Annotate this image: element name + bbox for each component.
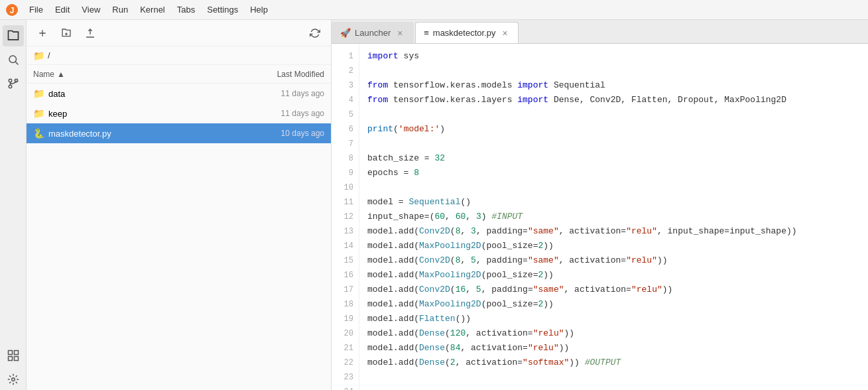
tab-bar: 🚀 Launcher × ≡ maskdetector.py × xyxy=(332,20,868,44)
code-line-13: model.add(Conv2D(8, 3, padding="same", a… xyxy=(367,224,868,239)
menubar: J File Edit View Run Kernel Tabs Setting… xyxy=(0,0,868,20)
svg-point-5 xyxy=(9,85,12,88)
svg-point-4 xyxy=(9,79,12,82)
activity-git[interactable] xyxy=(3,73,24,94)
menu-run[interactable]: Run xyxy=(107,3,133,16)
tab-launcher-label: Launcher xyxy=(355,28,391,38)
code-line-17: model.add(Conv2D(16, 5, padding="same", … xyxy=(367,283,868,297)
main-area: 📁 / Name ▲ Last Modified 📁 data 11 days … xyxy=(0,20,868,390)
file-item-maskdetector[interactable]: 🐍 maskdetector.py 10 days ago xyxy=(27,123,331,143)
file-name: data xyxy=(48,89,245,99)
launcher-tab-icon: 🚀 xyxy=(340,28,351,38)
current-path: 📁 / xyxy=(27,46,331,65)
code-line-15: model.add(Conv2D(8, 5, padding="same", a… xyxy=(367,253,868,268)
file-item-data[interactable]: 📁 data 11 days ago xyxy=(27,84,331,103)
code-line-21: model.add(Dense(84, activation="relu")) xyxy=(367,341,868,356)
file-toolbar xyxy=(27,20,331,46)
tab-maskdetector-label: maskdetector.py xyxy=(433,28,496,38)
menu-kernel[interactable]: Kernel xyxy=(135,3,170,16)
code-line-18: model.add(MaxPooling2D(pool_size=2)) xyxy=(367,297,868,312)
code-line-14: model.add(MaxPooling2D(pool_size=2)) xyxy=(367,239,868,253)
code-line-7 xyxy=(367,137,868,151)
sort-indicator: ▲ xyxy=(57,70,65,79)
file-modified: 10 days ago xyxy=(245,129,324,138)
new-file-button[interactable] xyxy=(33,24,52,42)
file-modified: 11 days ago xyxy=(245,89,324,98)
activity-search[interactable] xyxy=(3,49,24,70)
tab-launcher-close[interactable]: × xyxy=(395,28,405,38)
refresh-button[interactable] xyxy=(306,24,324,42)
file-list-header: Name ▲ Last Modified xyxy=(27,65,331,84)
code-line-1: import sys xyxy=(367,49,868,64)
file-name: keep xyxy=(48,109,245,119)
file-list: 📁 data 11 days ago 📁 keep 11 days ago 🐍 … xyxy=(27,84,331,390)
tab-maskdetector[interactable]: ≡ maskdetector.py × xyxy=(415,22,519,43)
svg-rect-10 xyxy=(8,357,12,361)
code-line-22: model.add(Dense(2, activation="softmax")… xyxy=(367,356,868,370)
line-numbers: 1 2 3 4 5 6 7 8 9 10 11 12 13 14 15 16 1… xyxy=(332,44,359,390)
menu-view[interactable]: View xyxy=(76,3,105,16)
file-panel: 📁 / Name ▲ Last Modified 📁 data 11 days … xyxy=(27,20,332,390)
code-line-16: model.add(MaxPooling2D(pool_size=2)) xyxy=(367,268,868,283)
upload-button[interactable] xyxy=(81,24,99,42)
code-line-23 xyxy=(367,370,868,385)
activity-files[interactable] xyxy=(3,25,24,46)
tab-launcher[interactable]: 🚀 Launcher × xyxy=(332,22,414,43)
code-line-10 xyxy=(367,180,868,195)
path-folder-icon: 📁 xyxy=(33,50,44,61)
menu-file[interactable]: File xyxy=(24,3,48,16)
folder-icon: 📁 xyxy=(33,108,44,119)
code-line-19: model.add(Flatten()) xyxy=(367,312,868,326)
code-line-6: print('model:') xyxy=(367,122,868,137)
svg-point-11 xyxy=(11,378,15,381)
folder-icon: 📁 xyxy=(33,88,44,99)
menu-settings[interactable]: Settings xyxy=(202,3,243,16)
svg-rect-8 xyxy=(14,351,18,355)
editor-area: 🚀 Launcher × ≡ maskdetector.py × 1 2 3 4… xyxy=(332,20,868,390)
file-name: maskdetector.py xyxy=(48,129,245,139)
path-text: / xyxy=(48,50,50,60)
menu-edit[interactable]: Edit xyxy=(50,3,75,16)
activity-extensions[interactable] xyxy=(3,345,24,366)
code-line-8: batch_size = 32 xyxy=(367,151,868,166)
svg-rect-9 xyxy=(14,357,18,361)
maskdetector-tab-icon: ≡ xyxy=(424,28,429,38)
code-line-12: input_shape=(60, 60, 3) #INPUT xyxy=(367,210,868,224)
code-line-9: epochs = 8 xyxy=(367,166,868,180)
svg-point-2 xyxy=(9,56,17,63)
code-line-3: from tensorflow.keras.models import Sequ… xyxy=(367,78,868,93)
activity-bar xyxy=(0,20,27,390)
tab-maskdetector-close[interactable]: × xyxy=(499,28,510,38)
code-line-2 xyxy=(367,64,868,78)
code-line-24 xyxy=(367,385,868,390)
svg-rect-7 xyxy=(8,351,12,355)
menu-tabs[interactable]: Tabs xyxy=(172,3,200,16)
menu-help[interactable]: Help xyxy=(245,3,273,16)
code-line-5 xyxy=(367,107,868,122)
svg-line-3 xyxy=(15,62,18,64)
new-folder-button[interactable] xyxy=(57,24,76,42)
code-line-20: model.add(Dense(120, activation="relu")) xyxy=(367,326,868,341)
sort-name-button[interactable]: Name ▲ xyxy=(33,70,245,79)
file-item-keep[interactable]: 📁 keep 11 days ago xyxy=(27,103,331,123)
code-editor[interactable]: 1 2 3 4 5 6 7 8 9 10 11 12 13 14 15 16 1… xyxy=(332,44,868,390)
app-logo: J xyxy=(5,3,19,17)
code-line-11: model = Sequential() xyxy=(367,195,868,210)
file-modified: 11 days ago xyxy=(245,109,324,118)
python-file-icon: 🐍 xyxy=(33,128,44,139)
code-line-4: from tensorflow.keras.layers import Dens… xyxy=(367,93,868,107)
code-content: import sys from tensorflow.keras.models … xyxy=(359,44,868,390)
svg-text:J: J xyxy=(10,6,15,15)
activity-settings[interactable] xyxy=(3,369,24,390)
col-modified-label: Last Modified xyxy=(245,70,324,79)
col-name-label: Name xyxy=(33,70,54,79)
